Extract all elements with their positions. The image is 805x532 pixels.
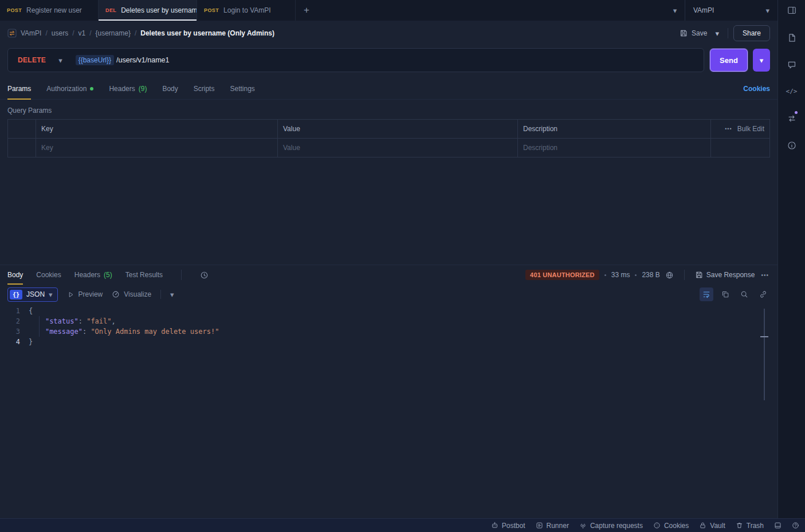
trash-button[interactable]: Trash	[736, 522, 764, 530]
preview-button[interactable]: Preview	[67, 290, 103, 298]
request-tab-delete-user[interactable]: DEL Deletes user by usernam	[99, 0, 197, 21]
method-selector[interactable]: DELETE ▾	[8, 49, 70, 72]
breadcrumb-actions: Save ▾ Share	[675, 25, 770, 41]
vault-button[interactable]: Vault	[699, 522, 725, 530]
runner-button[interactable]: Runner	[536, 522, 569, 530]
capture-label: Capture requests	[590, 522, 643, 530]
table-header-value: Value	[278, 120, 518, 139]
line-number: 4	[0, 337, 29, 347]
link-icon[interactable]	[756, 287, 770, 301]
response-tab-test-results[interactable]: Test Results	[125, 265, 163, 285]
cookies-button[interactable]: Cookies	[653, 522, 689, 530]
auth-configured-dot	[90, 87, 93, 90]
send-button[interactable]: Send	[710, 49, 748, 72]
tab-label: Headers	[74, 271, 100, 279]
table-row-handle	[8, 139, 36, 157]
environment-selector[interactable]: VAmPI ▾	[685, 0, 777, 21]
request-tab-login[interactable]: POST Login to VAmPI	[197, 0, 296, 21]
param-value-input[interactable]: Value	[278, 139, 518, 157]
tab-settings[interactable]: Settings	[230, 78, 254, 99]
layout-panels-icon[interactable]	[778, 0, 805, 21]
wrap-text-button[interactable]	[700, 287, 713, 301]
editor-scrollbar[interactable]	[764, 309, 765, 400]
save-options-chevron-icon[interactable]: ▾	[712, 26, 722, 41]
documentation-icon[interactable]	[778, 24, 805, 51]
url-input[interactable]: {{baseUrl}} /users/v1/name1	[70, 55, 704, 65]
param-key-input[interactable]: Key	[36, 139, 278, 157]
ellipsis-icon: •••	[725, 126, 732, 132]
info-icon[interactable]	[778, 132, 805, 159]
param-description-input[interactable]: Description	[518, 139, 711, 157]
environment-name: VAmPI	[693, 6, 714, 14]
response-format-selector[interactable]: {} JSON ▾	[7, 287, 58, 302]
lock-icon	[699, 522, 706, 529]
cookies-link[interactable]: Cookies	[743, 85, 770, 93]
tab-label: Headers	[109, 85, 135, 93]
response-toolbar-actions	[700, 287, 770, 301]
code-line: 1{	[0, 306, 777, 316]
tab-params[interactable]: Params	[7, 78, 31, 99]
method-value: DELETE	[18, 56, 46, 64]
divider	[181, 270, 182, 280]
help-icon[interactable]	[792, 522, 799, 529]
code-text: "message": "Only Admins may delete users…	[29, 326, 219, 337]
response-tab-body[interactable]: Body	[7, 265, 23, 285]
breadcrumb-item-username[interactable]: {username}	[96, 29, 131, 37]
method-badge-post: POST	[204, 7, 219, 13]
visualize-label: Visualize	[124, 290, 151, 298]
save-response-button[interactable]: Save Response	[695, 271, 755, 279]
code-line: 2 "status": "fail",	[0, 316, 777, 326]
query-params-table: Key Value Description ••• Bulk Edit Key …	[7, 119, 770, 157]
bulk-edit-label: Bulk Edit	[737, 125, 764, 133]
select-window-icon[interactable]	[774, 522, 782, 529]
tab-headers[interactable]: Headers (9)	[109, 78, 147, 99]
line-number: 2	[0, 316, 29, 326]
tab-label: Register new user	[26, 6, 82, 14]
response-body-editor[interactable]: 1{2 "status": "fail",3 "message": "Only …	[0, 304, 777, 518]
breadcrumb-item-folder[interactable]: users	[52, 29, 68, 37]
visualize-button[interactable]: Visualize	[112, 290, 151, 298]
tab-scripts[interactable]: Scripts	[194, 78, 215, 99]
table-header-description: Description	[518, 120, 711, 139]
query-params-title: Query Params	[0, 100, 777, 117]
copy-button[interactable]	[718, 287, 732, 301]
method-badge-del: DEL	[105, 7, 116, 13]
divider	[728, 28, 728, 38]
share-button[interactable]: Share	[733, 25, 770, 41]
save-button[interactable]: Save	[675, 26, 712, 41]
network-globe-icon[interactable]	[665, 271, 674, 279]
dot-separator	[635, 274, 637, 276]
headers-count: (9)	[139, 85, 147, 93]
tab-label: Scripts	[194, 85, 215, 93]
base-url-variable-chip[interactable]: {{baseUrl}}	[76, 55, 114, 65]
postbot-button[interactable]: Postbot	[491, 522, 525, 530]
status-bar: Postbot Runner Capture requests Cookies …	[0, 518, 805, 532]
send-options-chevron-icon[interactable]: ▾	[753, 49, 770, 72]
divider	[160, 290, 161, 299]
response-tab-headers[interactable]: Headers (5)	[74, 265, 112, 285]
tab-label: Params	[7, 85, 31, 93]
scrollbar-mark	[760, 336, 768, 337]
response-history-icon[interactable]	[200, 271, 209, 279]
breadcrumb-item-collection[interactable]: VAmPI	[21, 29, 41, 37]
tab-overflow-chevron-icon[interactable]: ▾	[665, 0, 685, 21]
chevron-down-icon: ▾	[765, 6, 769, 15]
bulk-edit-button[interactable]: ••• Bulk Edit	[711, 120, 769, 139]
response-more-options-icon[interactable]: •••	[760, 272, 770, 278]
capture-icon	[579, 522, 587, 529]
related-requests-icon[interactable]	[778, 105, 805, 132]
code-text: {	[29, 306, 33, 316]
tab-body[interactable]: Body	[162, 78, 178, 99]
tab-authorization[interactable]: Authorization	[46, 78, 93, 99]
new-tab-button[interactable]: +	[296, 0, 317, 21]
breadcrumb-item-version[interactable]: v1	[78, 29, 85, 37]
response-tab-cookies[interactable]: Cookies	[36, 265, 61, 285]
more-views-chevron-icon[interactable]: ▾	[170, 290, 174, 299]
tab-label: Deletes user by usernam	[121, 6, 197, 14]
comments-icon[interactable]	[778, 51, 805, 78]
capture-requests-button[interactable]: Capture requests	[579, 522, 643, 530]
code-snippet-icon[interactable]: </>	[778, 78, 805, 105]
indent-guide	[39, 316, 40, 337]
search-icon[interactable]	[737, 287, 751, 301]
request-tab-register[interactable]: POST Register new user	[0, 0, 99, 21]
